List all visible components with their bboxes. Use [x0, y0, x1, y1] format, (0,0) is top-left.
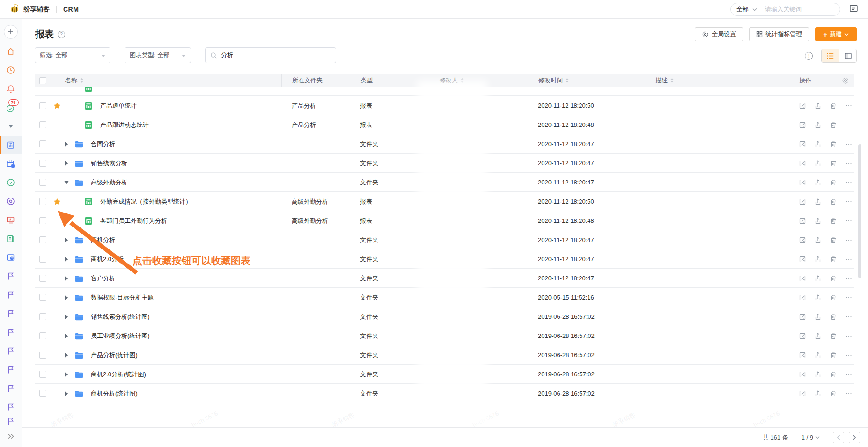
- more-icon[interactable]: [845, 313, 853, 321]
- expand-toggle[interactable]: [63, 142, 70, 147]
- edit-icon[interactable]: [799, 160, 806, 167]
- edit-icon[interactable]: [799, 294, 806, 301]
- column-header-modifier[interactable]: 修改人: [440, 76, 458, 85]
- expand-toggle[interactable]: [63, 257, 70, 262]
- row-name[interactable]: 商机2.0分析: [91, 255, 124, 264]
- next-page-button[interactable]: [849, 432, 860, 443]
- more-icon[interactable]: [845, 198, 853, 205]
- edit-icon[interactable]: [799, 371, 806, 378]
- delete-icon[interactable]: [830, 352, 837, 359]
- share-icon[interactable]: [814, 102, 822, 110]
- edit-icon[interactable]: [799, 179, 806, 186]
- chart-type-select[interactable]: 图表类型: 全部: [125, 47, 191, 63]
- sidebar-item-schedule[interactable]: [0, 154, 22, 173]
- card-view-toggle[interactable]: [839, 49, 856, 62]
- row-name[interactable]: 商机分析(统计图): [91, 389, 138, 398]
- sidebar-collapse-chevron[interactable]: [0, 117, 22, 136]
- expand-toggle[interactable]: [63, 238, 70, 242]
- delete-icon[interactable]: [830, 217, 837, 225]
- more-icon[interactable]: [845, 294, 853, 301]
- row-name[interactable]: 高级外勤分析: [91, 178, 127, 187]
- sidebar-expand-button[interactable]: [0, 427, 22, 446]
- report-search-input[interactable]: 分析: [205, 47, 336, 63]
- share-icon[interactable]: [814, 294, 822, 301]
- search-placeholder[interactable]: 请输入关键词: [765, 5, 802, 14]
- delete-icon[interactable]: [830, 236, 837, 244]
- favorite-toggle[interactable]: [53, 102, 61, 110]
- delete-icon[interactable]: [830, 390, 837, 397]
- edit-icon[interactable]: [799, 121, 806, 129]
- row-checkbox[interactable]: [39, 275, 46, 282]
- page-indicator[interactable]: 1 / 9: [802, 434, 813, 441]
- row-name[interactable]: 合同分析: [91, 140, 115, 148]
- delete-icon[interactable]: [830, 140, 837, 148]
- sidebar-add-button[interactable]: [0, 22, 22, 42]
- more-icon[interactable]: [845, 217, 853, 225]
- edit-icon[interactable]: [799, 102, 806, 110]
- edit-icon[interactable]: [799, 256, 806, 263]
- expand-toggle[interactable]: [63, 161, 70, 166]
- brand[interactable]: 纷享销客: [9, 3, 50, 15]
- more-icon[interactable]: [845, 121, 853, 129]
- row-checkbox[interactable]: [39, 140, 46, 147]
- expand-toggle[interactable]: [63, 315, 70, 319]
- more-icon[interactable]: [845, 390, 853, 397]
- row-checkbox[interactable]: [39, 313, 46, 320]
- delete-icon[interactable]: [830, 198, 837, 205]
- expand-toggle[interactable]: [63, 334, 70, 338]
- edit-icon[interactable]: [799, 236, 806, 244]
- row-checkbox[interactable]: [39, 390, 46, 397]
- vertical-scrollbar[interactable]: [858, 144, 861, 278]
- share-icon[interactable]: [814, 217, 822, 225]
- row-checkbox[interactable]: [39, 160, 46, 167]
- share-icon[interactable]: [814, 140, 822, 148]
- share-icon[interactable]: [814, 313, 822, 321]
- more-icon[interactable]: [845, 102, 853, 110]
- row-checkbox[interactable]: [39, 236, 46, 243]
- edit-icon[interactable]: [799, 275, 806, 282]
- share-icon[interactable]: [814, 352, 822, 359]
- create-button[interactable]: + 新建: [815, 27, 857, 41]
- more-icon[interactable]: [845, 256, 853, 263]
- column-header-type[interactable]: 类型: [360, 76, 373, 85]
- share-icon[interactable]: [814, 332, 822, 340]
- share-icon[interactable]: [814, 275, 822, 282]
- sidebar-item-home[interactable]: [0, 42, 22, 61]
- column-header-desc[interactable]: 描述: [655, 76, 668, 85]
- sidebar-item-notifications[interactable]: [0, 80, 22, 98]
- delete-icon[interactable]: [830, 371, 837, 378]
- sidebar-item-goals[interactable]: [0, 192, 22, 211]
- help-icon[interactable]: ?: [58, 31, 65, 38]
- share-icon[interactable]: [814, 160, 822, 167]
- metric-management-button[interactable]: 统计指标管理: [749, 27, 809, 41]
- chevron-down-icon[interactable]: [815, 436, 820, 439]
- edit-icon[interactable]: [799, 313, 806, 321]
- delete-icon[interactable]: [830, 160, 837, 167]
- row-checkbox[interactable]: [39, 121, 46, 128]
- sidebar-item-docs[interactable]: [0, 229, 22, 248]
- column-header-mtime[interactable]: 修改时间: [538, 76, 563, 85]
- row-name[interactable]: 商机分析: [91, 236, 115, 244]
- global-search[interactable]: 全部 请输入关键词: [730, 3, 840, 16]
- row-checkbox[interactable]: [39, 217, 46, 224]
- expand-toggle[interactable]: [63, 295, 70, 300]
- expand-toggle[interactable]: [63, 391, 70, 396]
- message-icon[interactable]: [849, 4, 859, 15]
- row-checkbox[interactable]: [39, 102, 46, 109]
- more-icon[interactable]: [845, 371, 853, 378]
- info-icon[interactable]: !: [805, 52, 813, 60]
- sidebar-item-flag-8[interactable]: [0, 398, 22, 417]
- more-icon[interactable]: [845, 352, 853, 359]
- prev-page-button[interactable]: [833, 432, 844, 443]
- row-checkbox[interactable]: [39, 256, 46, 263]
- expand-toggle[interactable]: [63, 276, 70, 281]
- delete-icon[interactable]: [830, 332, 837, 340]
- row-name[interactable]: 数据权限-目标分析主题: [91, 293, 154, 302]
- edit-icon[interactable]: [799, 332, 806, 340]
- delete-icon[interactable]: [830, 294, 837, 301]
- select-all-checkbox[interactable]: [39, 77, 46, 84]
- sidebar-item-flag-1[interactable]: [0, 267, 22, 286]
- more-icon[interactable]: [845, 140, 853, 148]
- row-name[interactable]: 产品跟进动态统计: [100, 121, 149, 129]
- more-icon[interactable]: [845, 160, 853, 167]
